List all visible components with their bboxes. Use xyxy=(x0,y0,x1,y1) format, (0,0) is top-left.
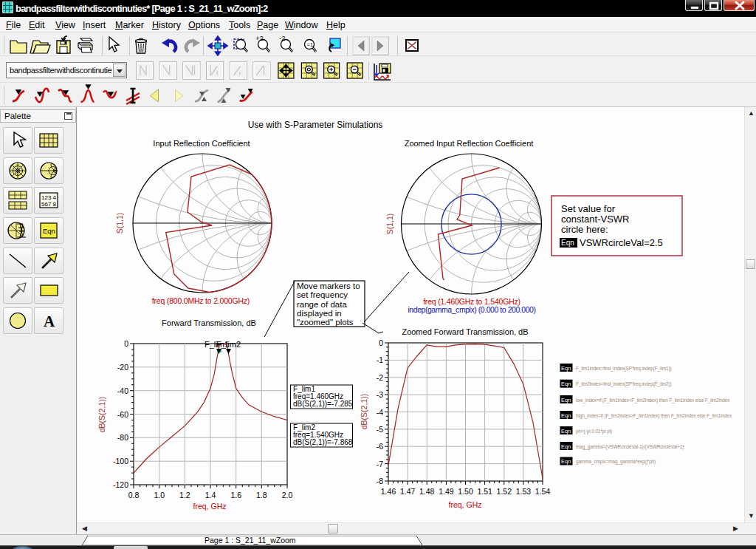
svg-text:Eqn: Eqn xyxy=(561,239,574,247)
svg-text:Eqn: Eqn xyxy=(561,412,571,419)
svg-text:Eqn: Eqn xyxy=(561,365,571,372)
svg-text:1.47: 1.47 xyxy=(400,487,416,496)
svg-text:567 8: 567 8 xyxy=(41,201,57,208)
svg-text:S(1,1): S(1,1) xyxy=(115,213,124,234)
svg-text:123 4: 123 4 xyxy=(41,194,57,201)
svg-text:F_lim1index=find_index(SP'freq: F_lim1index=find_index(SP'freq,indep(F_l… xyxy=(576,366,672,372)
svg-text:dB(S(2,1))=-7.285: dB(S(2,1))=-7.285 xyxy=(293,400,353,408)
svg-text:range of data: range of data xyxy=(297,300,347,309)
svg-text:1.46: 1.46 xyxy=(381,487,396,496)
svg-text:freq, GHz: freq, GHz xyxy=(449,500,482,509)
svg-text:displayed in: displayed in xyxy=(297,309,342,318)
svg-text:=1: =1 xyxy=(307,41,314,48)
svg-text:high_index=if (F_lim2index>F_l: high_index=if (F_lim2index>F_lim1index) … xyxy=(576,413,732,419)
svg-text:0: 0 xyxy=(124,339,128,348)
svg-text:A: A xyxy=(44,313,55,330)
svg-text:Eqn: Eqn xyxy=(43,227,55,235)
svg-text:Forward Transmission, dB: Forward Transmission, dB xyxy=(162,318,256,327)
svg-text:1.50: 1.50 xyxy=(458,487,473,496)
svg-text:F_lim2: F_lim2 xyxy=(216,340,241,349)
svg-text:dB(S(2,1)): dB(S(2,1)) xyxy=(360,394,368,429)
svg-text:1.8: 1.8 xyxy=(256,491,267,499)
svg-text:Use with S-Parameter Simulatio: Use with S-Parameter Simulations xyxy=(248,120,383,130)
svg-text:0.8: 0.8 xyxy=(128,491,140,499)
svg-text:-80: -80 xyxy=(117,433,128,442)
svg-text:Zoomed Forward Transmission, d: Zoomed Forward Transmission, dB xyxy=(402,327,528,336)
svg-text:Eqn: Eqn xyxy=(561,381,571,387)
svg-text:F_lim2index=find_index(SP'freq: F_lim2index=find_index(SP'freq,indep(F_l… xyxy=(576,381,672,387)
svg-text:mag_gamma=(VSWRcircleVal-1)/(V: mag_gamma=(VSWRcircleVal-1)/(VSWRcircleV… xyxy=(576,444,684,450)
svg-text:1.51: 1.51 xyxy=(477,487,492,496)
svg-text:-7: -7 xyxy=(377,460,383,468)
svg-text:Move markers to: Move markers to xyxy=(297,282,360,290)
svg-text:1.53: 1.53 xyxy=(516,487,532,496)
svg-text:Input Reflection Coefficient: Input Reflection Coefficient xyxy=(153,139,250,148)
svg-text:-40: -40 xyxy=(117,386,128,395)
svg-text:1.49: 1.49 xyxy=(439,487,454,496)
svg-text:-6: -6 xyxy=(377,442,383,451)
svg-text:circle here:: circle here: xyxy=(561,224,608,235)
svg-text:freq (800.0MHz to 2.000GHz): freq (800.0MHz to 2.000GHz) xyxy=(152,296,250,305)
svg-text:set frequency: set frequency xyxy=(297,290,348,299)
svg-text:+2: +2 xyxy=(255,34,264,42)
svg-text:gamma_cmplx=mag_gamma*exp(j*ph: gamma_cmplx=mag_gamma*exp(j*ph) xyxy=(576,459,656,465)
svg-text:-100: -100 xyxy=(113,457,128,466)
svg-text:1.54: 1.54 xyxy=(535,487,551,496)
svg-text:-5: -5 xyxy=(377,425,383,434)
svg-text:1.4: 1.4 xyxy=(205,491,216,499)
svg-text:2.0: 2.0 xyxy=(282,491,293,499)
svg-text:1.52: 1.52 xyxy=(497,487,512,496)
svg-text:constant-VSWR: constant-VSWR xyxy=(561,214,629,225)
svg-text:S(1,1): S(1,1) xyxy=(385,214,394,235)
svg-text:VSWRcircleVal=2.5: VSWRcircleVal=2.5 xyxy=(580,237,663,248)
svg-text:Eqn: Eqn xyxy=(561,428,571,434)
svg-text:-3: -3 xyxy=(377,390,383,399)
svg-text:-120: -120 xyxy=(113,480,128,489)
svg-text:-20: -20 xyxy=(117,363,128,372)
svg-text:-4: -4 xyxy=(377,408,383,417)
svg-text:0: 0 xyxy=(379,338,383,347)
svg-text:Eqn: Eqn xyxy=(561,443,571,450)
svg-text:-8: -8 xyxy=(377,477,383,485)
svg-text:-2: -2 xyxy=(377,373,383,382)
svg-text:-1: -1 xyxy=(377,355,383,364)
svg-text:1.0: 1.0 xyxy=(154,491,165,499)
svg-text:Zoomed Input Reflection Coeffi: Zoomed Input Reflection Coefficient xyxy=(405,139,534,148)
svg-text:Set value for: Set value for xyxy=(561,203,616,214)
svg-text:"zoomed" plots: "zoomed" plots xyxy=(297,318,354,327)
svg-text:Eqn: Eqn xyxy=(561,458,571,465)
svg-text:dB(S(2,1))=-7.868: dB(S(2,1))=-7.868 xyxy=(293,438,353,446)
svg-text:indep(gamma_cmplx) (0.000 to 2: indep(gamma_cmplx) (0.000 to 200.000) xyxy=(408,305,535,314)
svg-text:1.2: 1.2 xyxy=(179,491,190,499)
svg-text:-2: -2 xyxy=(279,34,285,42)
svg-text:dB(S(2,1)): dB(S(2,1)) xyxy=(97,397,106,432)
svg-text:-60: -60 xyxy=(117,410,128,419)
svg-text:Eqn: Eqn xyxy=(561,397,571,403)
svg-text:low_index=if (F_lim1index<F_li: low_index=if (F_lim1index<F_lim2index) t… xyxy=(576,398,730,403)
svg-text:1.6: 1.6 xyxy=(230,491,241,499)
svg-text:1.48: 1.48 xyxy=(419,487,435,496)
svg-text:freq, GHz: freq, GHz xyxy=(193,502,227,511)
svg-text:ph=(-pi 0.01*pi pi): ph=(-pi 0.01*pi pi) xyxy=(576,429,612,434)
